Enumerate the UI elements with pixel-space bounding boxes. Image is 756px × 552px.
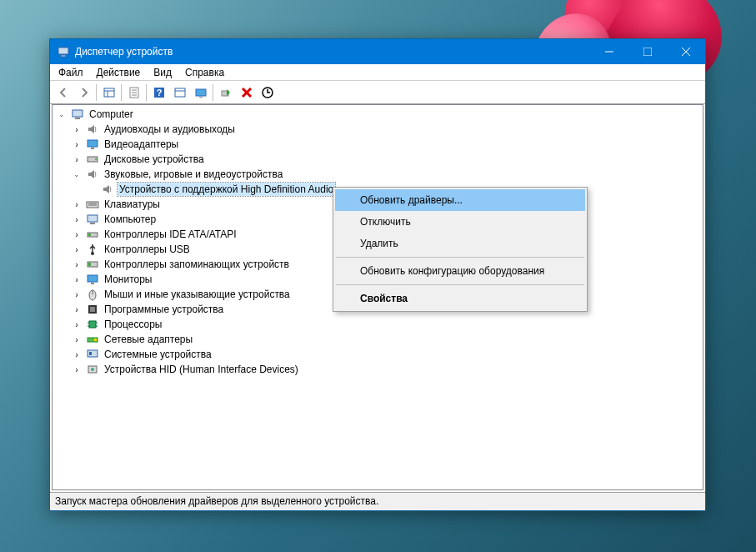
computer-icon bbox=[71, 108, 84, 121]
svg-rect-38 bbox=[88, 263, 91, 266]
tree-category-label: Дисковые устройства bbox=[103, 153, 206, 166]
tree-category[interactable]: Аудиовходы и аудиовыходы bbox=[53, 122, 703, 137]
svg-rect-52 bbox=[88, 350, 98, 357]
tree-category-label: Процессоры bbox=[103, 318, 164, 331]
expand-toggle-icon[interactable] bbox=[71, 243, 83, 255]
expand-toggle-icon[interactable] bbox=[71, 364, 83, 375]
expand-toggle-icon[interactable] bbox=[71, 153, 83, 165]
tree-category[interactable]: Устройства HID (Human Interface Devices) bbox=[53, 362, 703, 377]
device-manager-window: Диспетчер устройств Файл Действие Вид Сп… bbox=[49, 38, 706, 511]
tree-category-label: Системные устройства bbox=[103, 348, 213, 361]
expand-toggle-icon[interactable] bbox=[71, 304, 83, 315]
show-hide-tree-button[interactable] bbox=[99, 83, 118, 102]
app-icon bbox=[57, 45, 70, 58]
tree-category-label: Контроллеры USB bbox=[103, 243, 192, 256]
context-menu-item[interactable]: Отключить bbox=[335, 211, 585, 233]
expand-toggle-icon[interactable] bbox=[71, 349, 83, 360]
expand-toggle-icon[interactable] bbox=[71, 168, 83, 180]
help-button[interactable]: ? bbox=[149, 83, 168, 102]
context-menu-separator bbox=[336, 284, 584, 285]
svg-rect-45 bbox=[89, 321, 96, 328]
hid-icon bbox=[86, 363, 99, 376]
svg-rect-24 bbox=[75, 118, 80, 119]
titlebar[interactable]: Диспетчер устройств bbox=[50, 39, 705, 64]
speaker-icon bbox=[101, 183, 114, 196]
scan-hardware-button[interactable] bbox=[258, 83, 277, 102]
expand-toggle-icon[interactable] bbox=[71, 123, 83, 135]
svg-rect-39 bbox=[88, 275, 98, 282]
svg-rect-32 bbox=[88, 215, 98, 222]
software-icon bbox=[86, 303, 99, 316]
svg-rect-15 bbox=[175, 88, 185, 97]
monitor-icon bbox=[86, 273, 99, 286]
svg-rect-23 bbox=[73, 110, 83, 117]
svg-rect-51 bbox=[94, 339, 97, 341]
tree-category-label: Компьютер bbox=[103, 213, 158, 226]
storage-icon bbox=[86, 258, 99, 271]
menu-file[interactable]: Файл bbox=[52, 65, 90, 80]
expand-toggle-icon bbox=[86, 183, 98, 195]
expand-toggle-icon[interactable] bbox=[71, 273, 83, 285]
network-icon bbox=[86, 333, 99, 346]
enable-button[interactable] bbox=[216, 83, 235, 102]
tree-category[interactable]: Процессоры bbox=[53, 317, 703, 332]
expand-toggle-icon[interactable] bbox=[71, 138, 83, 150]
monitor-icon bbox=[86, 138, 99, 151]
expand-toggle-icon[interactable] bbox=[71, 228, 83, 240]
back-button[interactable] bbox=[53, 83, 73, 102]
tree-category-label: Клавиатуры bbox=[103, 198, 162, 211]
tree-category[interactable]: Системные устройства bbox=[53, 347, 703, 362]
forward-button[interactable] bbox=[74, 83, 93, 102]
svg-point-36 bbox=[91, 252, 94, 255]
tree-category[interactable]: Сетевые адаптеры bbox=[53, 332, 703, 347]
context-menu: Обновить драйверы...ОтключитьУдалитьОбно… bbox=[333, 187, 588, 312]
scan-button[interactable] bbox=[170, 83, 189, 102]
expand-toggle-icon[interactable] bbox=[71, 289, 83, 300]
tree-category-label: Мыши и иные указывающие устройства bbox=[103, 288, 292, 301]
tree-category-label: Сетевые адаптеры bbox=[103, 333, 194, 346]
expand-toggle-icon[interactable] bbox=[71, 258, 83, 270]
expand-toggle-icon[interactable] bbox=[71, 198, 83, 210]
menu-view[interactable]: Вид bbox=[147, 65, 178, 80]
menubar: Файл Действие Вид Справка bbox=[50, 64, 705, 81]
tree-category[interactable]: Дисковые устройства bbox=[53, 152, 703, 167]
usb-icon bbox=[86, 243, 99, 256]
expand-toggle-icon[interactable] bbox=[71, 319, 83, 330]
statusbar-text: Запуск мастера обновления драйверов для … bbox=[55, 495, 378, 507]
tree-category-label: Контроллеры IDE ATA/ATAPI bbox=[103, 228, 238, 241]
svg-rect-40 bbox=[91, 283, 94, 284]
svg-rect-25 bbox=[88, 140, 98, 147]
svg-point-55 bbox=[91, 368, 94, 371]
context-menu-item[interactable]: Обновить конфигурацию оборудования bbox=[335, 260, 585, 282]
expand-toggle-icon[interactable] bbox=[71, 213, 83, 225]
tree-category[interactable]: Звуковые, игровые и видеоустройства bbox=[53, 167, 703, 182]
svg-rect-17 bbox=[196, 89, 206, 96]
mouse-icon bbox=[86, 288, 99, 301]
context-menu-item[interactable]: Удалить bbox=[335, 233, 585, 254]
properties-button[interactable] bbox=[124, 83, 143, 102]
tree-root[interactable]: Computer bbox=[53, 107, 703, 122]
update-driver-button[interactable] bbox=[191, 83, 210, 102]
expand-toggle-icon[interactable] bbox=[56, 108, 68, 120]
expand-toggle-icon[interactable] bbox=[71, 334, 83, 345]
svg-text:?: ? bbox=[156, 88, 162, 98]
svg-rect-18 bbox=[199, 97, 203, 98]
uninstall-button[interactable] bbox=[237, 83, 256, 102]
speaker-icon bbox=[86, 123, 99, 136]
svg-rect-26 bbox=[91, 148, 94, 149]
svg-rect-1 bbox=[61, 55, 66, 57]
tree-category-label: Программные устройства bbox=[103, 303, 225, 316]
ide-icon bbox=[86, 228, 99, 241]
close-button[interactable] bbox=[667, 39, 705, 64]
tree-category-label: Устройства HID (Human Interface Devices) bbox=[103, 363, 300, 376]
menu-action[interactable]: Действие bbox=[90, 65, 148, 80]
maximize-button[interactable] bbox=[628, 39, 667, 64]
tree-category[interactable]: Видеоадаптеры bbox=[53, 137, 703, 152]
svg-point-28 bbox=[95, 158, 97, 160]
svg-rect-44 bbox=[90, 307, 95, 312]
minimize-button[interactable] bbox=[590, 39, 628, 64]
context-menu-item[interactable]: Обновить драйверы... bbox=[335, 189, 585, 211]
menu-help[interactable]: Справка bbox=[178, 65, 231, 80]
context-menu-item[interactable]: Свойства bbox=[335, 288, 585, 309]
computer-icon bbox=[86, 213, 99, 226]
